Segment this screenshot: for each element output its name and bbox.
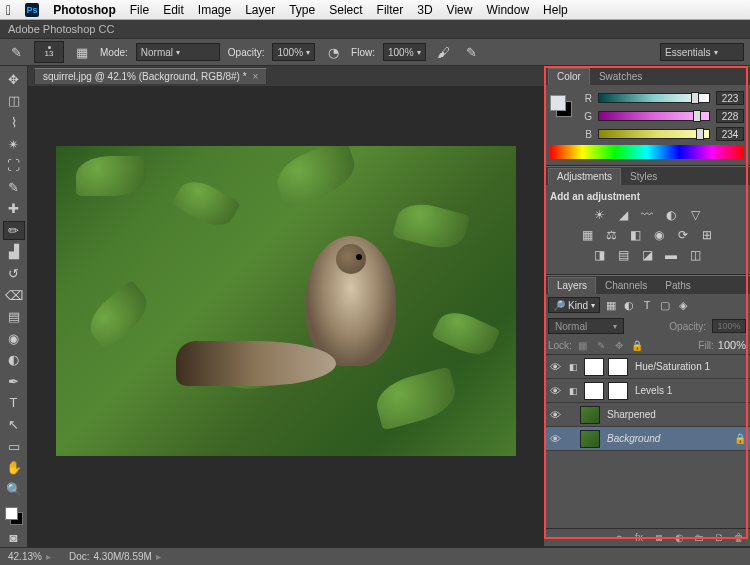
brush-tool[interactable]: ✏ (3, 221, 25, 240)
pressure-size-icon[interactable]: ✎ (462, 43, 482, 61)
move-tool[interactable]: ✥ (3, 70, 25, 89)
foreground-background-swatch[interactable] (550, 95, 572, 117)
menu-3d[interactable]: 3D (417, 3, 432, 17)
layer-opacity-value[interactable]: 100% (712, 319, 746, 333)
eraser-tool[interactable]: ⌫ (3, 286, 25, 305)
layer-name[interactable]: Levels 1 (632, 385, 746, 396)
crop-tool[interactable]: ⛶ (3, 156, 25, 175)
close-icon[interactable]: × (253, 71, 259, 82)
clip-icon[interactable]: ◧ (566, 360, 580, 374)
slider-value[interactable]: 234 (716, 127, 744, 141)
curves-icon[interactable]: 〰 (639, 208, 655, 222)
type-tool[interactable]: T (3, 394, 25, 413)
menu-filter[interactable]: Filter (377, 3, 404, 17)
layer-name[interactable]: Background (604, 433, 730, 444)
layer-row[interactable]: 👁◧Hue/Saturation 1 (544, 355, 750, 379)
menu-view[interactable]: View (447, 3, 473, 17)
zoom-tool[interactable]: 🔍 (3, 480, 25, 499)
fill-value[interactable]: 100% (718, 339, 746, 351)
filter-type-icon[interactable]: T (640, 298, 654, 312)
new-group-icon[interactable]: 🗀 (692, 531, 706, 545)
slider-track[interactable] (598, 93, 710, 103)
tab-swatches[interactable]: Swatches (590, 68, 651, 85)
menu-image[interactable]: Image (198, 3, 231, 17)
tab-color[interactable]: Color (548, 68, 590, 85)
layer-fx-icon[interactable]: fx (632, 531, 646, 545)
color-slider-g[interactable]: G228 (582, 109, 744, 123)
pen-tool[interactable]: ✒ (3, 372, 25, 391)
history-brush-tool[interactable]: ↺ (3, 264, 25, 283)
visibility-icon[interactable]: 👁 (548, 432, 562, 446)
layer-row[interactable]: 👁Sharpened (544, 403, 750, 427)
lock-all-icon[interactable]: 🔒 (630, 338, 644, 352)
tab-layers[interactable]: Layers (548, 277, 596, 294)
tab-channels[interactable]: Channels (596, 277, 656, 294)
airbrush-icon[interactable]: 🖌 (434, 43, 454, 61)
document-tab[interactable]: squirrel.jpg @ 42.1% (Background, RGB/8#… (34, 68, 267, 84)
channel-mixer-icon[interactable]: ⟳ (675, 228, 691, 242)
lock-pixels-icon[interactable]: ✎ (594, 338, 608, 352)
eyedropper-tool[interactable]: ✎ (3, 178, 25, 197)
lock-position-icon[interactable]: ✥ (612, 338, 626, 352)
visibility-icon[interactable]: 👁 (548, 360, 562, 374)
menu-file[interactable]: File (130, 3, 149, 17)
apple-icon[interactable]:  (6, 2, 11, 18)
pressure-opacity-icon[interactable]: ◔ (323, 43, 343, 61)
dodge-tool[interactable]: ◐ (3, 351, 25, 370)
new-adjustment-icon[interactable]: ◐ (672, 531, 686, 545)
menu-type[interactable]: Type (289, 3, 315, 17)
color-lookup-icon[interactable]: ⊞ (699, 228, 715, 242)
layer-name[interactable]: Sharpened (604, 409, 746, 420)
rectangle-tool[interactable]: ▭ (3, 437, 25, 456)
layer-filter-kind[interactable]: 🔎Kind▾ (548, 297, 600, 313)
magic-wand-tool[interactable]: ✴ (3, 135, 25, 154)
new-layer-icon[interactable]: 🗋 (712, 531, 726, 545)
visibility-icon[interactable]: 👁 (548, 384, 562, 398)
layer-row[interactable]: 👁Background🔒 (544, 427, 750, 451)
clip-icon[interactable]: ◧ (566, 384, 580, 398)
delete-layer-icon[interactable]: 🗑 (732, 531, 746, 545)
gradient-tool[interactable]: ▤ (3, 307, 25, 326)
photoshop-app-icon[interactable]: Ps (25, 3, 39, 17)
hand-tool[interactable]: ✋ (3, 458, 25, 477)
opacity-select[interactable]: 100% ▾ (272, 43, 315, 61)
tab-paths[interactable]: Paths (656, 277, 700, 294)
color-slider-r[interactable]: R223 (582, 91, 744, 105)
gradient-map-icon[interactable]: ▬ (663, 248, 679, 262)
brush-panel-icon[interactable]: ▦ (72, 43, 92, 61)
color-spectrum[interactable] (550, 145, 744, 159)
slider-value[interactable]: 223 (716, 91, 744, 105)
tool-preset-icon[interactable]: ✎ (6, 43, 26, 61)
layer-blend-mode[interactable]: Normal▾ (548, 318, 624, 334)
photo-filter-icon[interactable]: ◉ (651, 228, 667, 242)
color-slider-b[interactable]: B234 (582, 127, 744, 141)
vibrance-icon[interactable]: ▽ (687, 208, 703, 222)
blend-mode-select[interactable]: Normal ▾ (136, 43, 220, 61)
menu-window[interactable]: Window (486, 3, 529, 17)
selective-color-icon[interactable]: ◫ (687, 248, 703, 262)
brush-preset-picker[interactable]: 13 (34, 41, 64, 63)
flow-select[interactable]: 100% ▾ (383, 43, 426, 61)
filter-smart-icon[interactable]: ◈ (676, 298, 690, 312)
menu-help[interactable]: Help (543, 3, 568, 17)
lock-transparency-icon[interactable]: ▦ (576, 338, 590, 352)
quick-mask-icon[interactable]: ◙ (3, 529, 25, 548)
document-canvas[interactable] (56, 146, 516, 456)
link-layers-icon[interactable]: ⚭ (612, 531, 626, 545)
lasso-tool[interactable]: ⌇ (3, 113, 25, 132)
slider-track[interactable] (598, 111, 710, 121)
posterize-icon[interactable]: ▤ (615, 248, 631, 262)
layer-name[interactable]: Hue/Saturation 1 (632, 361, 746, 372)
exposure-icon[interactable]: ◐ (663, 208, 679, 222)
layer-row[interactable]: 👁◧Levels 1 (544, 379, 750, 403)
zoom-level[interactable]: 42.13% ▸ (8, 551, 51, 562)
brightness-icon[interactable]: ☀ (591, 208, 607, 222)
menu-layer[interactable]: Layer (245, 3, 275, 17)
layer-mask-icon[interactable]: ◙ (652, 531, 666, 545)
threshold-icon[interactable]: ◪ (639, 248, 655, 262)
invert-icon[interactable]: ◨ (591, 248, 607, 262)
menu-photoshop[interactable]: Photoshop (53, 3, 116, 17)
visibility-icon[interactable]: 👁 (548, 408, 562, 422)
color-balance-icon[interactable]: ⚖ (603, 228, 619, 242)
clone-stamp-tool[interactable]: ▟ (3, 243, 25, 262)
